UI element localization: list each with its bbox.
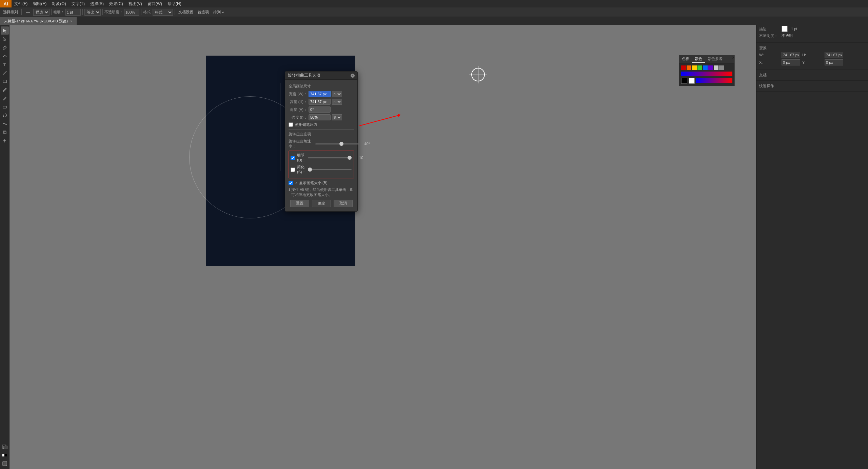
cancel-button[interactable]: 取消 <box>334 200 353 207</box>
w-input[interactable] <box>782 52 800 58</box>
selection-tool[interactable] <box>1 26 9 35</box>
show-brush-checkbox[interactable] <box>289 181 293 185</box>
opacity-input[interactable] <box>124 9 139 16</box>
scale-tool[interactable] <box>1 128 9 136</box>
color-swatch-orange[interactable] <box>687 65 691 70</box>
tool-name: 选择排列 <box>1 8 20 16</box>
twirl-angle-slider[interactable] <box>315 143 359 144</box>
pen-pressure-checkbox[interactable] <box>289 122 293 127</box>
simplify-slider[interactable] <box>308 169 352 170</box>
menu-edit[interactable]: 编辑(E) <box>30 0 49 7</box>
dialog-close-btn[interactable]: × <box>351 74 355 78</box>
y-label: Y: <box>802 60 823 64</box>
width-unit-select[interactable]: px <box>332 91 342 97</box>
color-panel-float: 色板 颜色 颜色参考 × <box>679 55 735 86</box>
doc-setup-btn[interactable]: 文档设置 <box>177 8 195 16</box>
color-swatch-green[interactable] <box>697 65 702 70</box>
color-mode-btn[interactable] <box>1 451 9 459</box>
color-gradient-bar[interactable] <box>681 72 732 76</box>
color-swatch-yellow[interactable] <box>692 65 697 70</box>
tab-color[interactable]: 颜色 <box>692 55 705 63</box>
stroke-width-input[interactable] <box>65 9 81 16</box>
detail-slider[interactable] <box>308 157 352 158</box>
line-tool[interactable] <box>1 69 9 77</box>
spectrum-bar[interactable] <box>696 78 732 83</box>
width-profile-select[interactable]: 等比 <box>84 9 101 16</box>
color-swatch-light[interactable] <box>714 65 718 70</box>
document-tab[interactable]: 未标题-1* @ 66.67% (RGB/GPU 预览) × <box>0 17 77 25</box>
tools-panel: T <box>0 25 9 469</box>
fill-swatch[interactable] <box>681 78 687 84</box>
detail-label: 细节 (D)： <box>297 153 306 163</box>
menu-help[interactable]: 帮助(H) <box>165 0 184 7</box>
quick-actions-section: 快速操作 <box>756 81 868 92</box>
document-section: 文档 <box>756 70 868 81</box>
color-swatch-gray[interactable] <box>719 65 724 70</box>
tab-close-btn[interactable]: × <box>71 19 73 23</box>
stroke-select[interactable]: 描边 <box>33 9 50 16</box>
width-label: 宽度 (W)： <box>289 92 307 97</box>
height-input[interactable] <box>309 99 331 105</box>
rotate-tool[interactable] <box>1 111 9 119</box>
simplify-label: 简化 (S)： <box>297 164 306 175</box>
paintbrush-tool[interactable] <box>1 86 9 94</box>
color-panel-body <box>679 63 734 86</box>
y-input[interactable] <box>825 59 843 65</box>
menu-view[interactable]: 视图(V) <box>126 0 145 7</box>
ok-button[interactable]: 确定 <box>312 200 331 207</box>
arrange-btn[interactable]: 排列 <box>212 8 226 16</box>
transform-title-row: 变换 <box>759 45 865 51</box>
divider1 <box>21 9 22 15</box>
canvas-area[interactable] <box>9 25 756 469</box>
divider6 <box>175 9 175 15</box>
rectangle-tool[interactable] <box>1 77 9 85</box>
color-panel-close[interactable]: × <box>732 55 734 63</box>
angle-input[interactable] <box>309 106 331 113</box>
format-select[interactable]: 格式 <box>153 9 173 16</box>
eraser-tool[interactable] <box>1 103 9 111</box>
dialog-titlebar[interactable]: 旋转扭曲工具选项 × <box>285 72 357 80</box>
color-swatch-red[interactable] <box>681 65 686 70</box>
height-unit-select[interactable]: px <box>332 99 342 105</box>
menu-file[interactable]: 文件(F) <box>12 0 30 7</box>
width-input[interactable] <box>309 91 331 97</box>
curvature-tool[interactable] <box>1 52 9 60</box>
color-panel-tabbar: 色板 颜色 颜色参考 × <box>679 55 734 63</box>
screen-mode-btn[interactable] <box>1 460 9 468</box>
pencil-tool[interactable] <box>1 94 9 102</box>
tab-color-reference[interactable]: 颜色参考 <box>705 55 725 63</box>
warp-tool[interactable] <box>1 120 9 128</box>
color-swatch-purple[interactable] <box>708 65 713 70</box>
twirl-angle-label: 旋转扭曲角速率： <box>289 139 314 149</box>
x-input[interactable] <box>782 59 800 65</box>
intensity-label: 强度 (I)： <box>289 115 307 120</box>
transform-section: 变换 W: H: X: Y: <box>756 43 868 70</box>
pen-pressure-label: 使用钢笔压力 <box>295 122 317 127</box>
x-label: X: <box>759 60 780 64</box>
dialog-buttons: 重置 确定 取消 <box>289 200 354 209</box>
direct-selection-tool[interactable] <box>1 35 9 43</box>
reset-button[interactable]: 重置 <box>290 200 309 207</box>
menu-effect[interactable]: 效果(C) <box>106 0 126 7</box>
tab-color-swatch[interactable]: 色板 <box>679 55 692 63</box>
text-tool[interactable]: T <box>1 60 9 69</box>
menu-object[interactable]: 对象(O) <box>49 0 68 7</box>
menu-select[interactable]: 选择(S) <box>87 0 106 7</box>
detail-checkbox[interactable] <box>291 156 295 160</box>
intensity-unit-select[interactable]: % <box>332 114 342 120</box>
format-label: 格式: <box>143 9 152 15</box>
width-tool[interactable] <box>1 137 9 145</box>
stroke-color-swatch[interactable] <box>782 26 788 32</box>
menu-window[interactable]: 窗口(W) <box>145 0 165 7</box>
w-row: W: H: <box>759 52 865 58</box>
pen-tool[interactable] <box>1 43 9 52</box>
menu-text[interactable]: 文字(T) <box>69 0 87 7</box>
h-input[interactable] <box>825 52 843 58</box>
simplify-checkbox[interactable] <box>291 168 295 172</box>
fill-stroke-tool[interactable] <box>1 443 9 451</box>
intensity-input[interactable] <box>309 114 331 120</box>
prefs-btn[interactable]: 首选项 <box>196 8 211 16</box>
svg-text:T: T <box>3 62 6 67</box>
color-swatch-blue[interactable] <box>703 65 708 70</box>
stroke-swatch[interactable] <box>689 78 695 84</box>
